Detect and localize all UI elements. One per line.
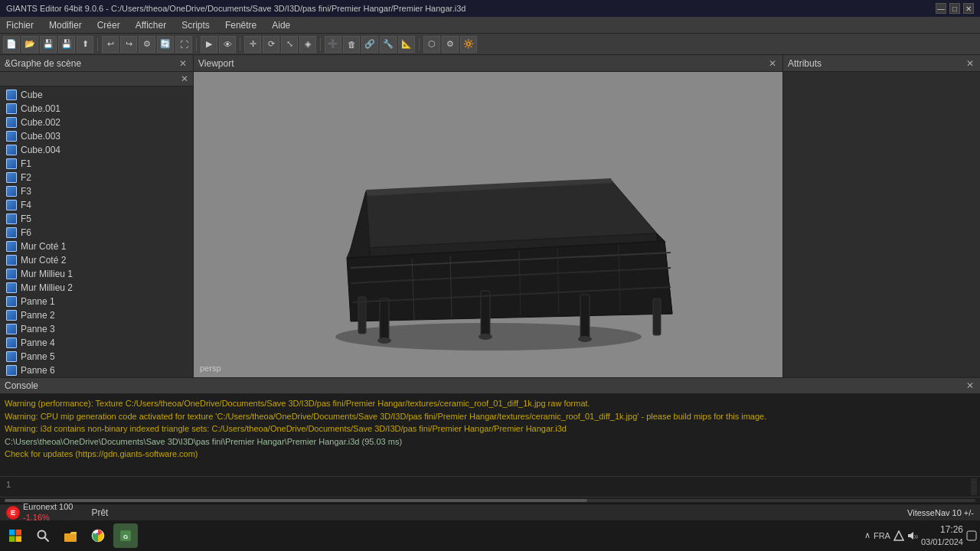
- menu-creer[interactable]: Créer: [94, 18, 123, 32]
- open-button[interactable]: 📂: [21, 36, 38, 53]
- scene-item[interactable]: Cube: [0, 88, 193, 102]
- scene-graph-close[interactable]: ✕: [178, 58, 188, 69]
- scene-item[interactable]: Panne 6: [0, 364, 193, 377]
- cube-icon: [6, 255, 17, 266]
- undo-button[interactable]: ↩: [102, 36, 119, 53]
- svg-point-10: [479, 334, 492, 340]
- scene-item[interactable]: Cube.004: [0, 143, 193, 157]
- scene-graph-close-row: ✕: [0, 72, 193, 86]
- scene-item[interactable]: F6: [0, 226, 193, 240]
- tray-expand[interactable]: ∧: [864, 530, 871, 540]
- add-button[interactable]: ➕: [325, 36, 341, 53]
- export-button[interactable]: ⬆: [77, 36, 93, 53]
- scene-item[interactable]: F5: [0, 212, 193, 226]
- console-input[interactable]: [21, 478, 971, 495]
- taskbar-giants-editor[interactable]: G: [113, 523, 138, 548]
- scale-button[interactable]: ⤡: [281, 36, 298, 53]
- scene-item[interactable]: Mur Coté 1: [0, 240, 193, 253]
- euronext-badge[interactable]: E Euronext 100 -1,16%: [6, 502, 73, 522]
- viewport-canvas[interactable]: persp: [194, 72, 782, 377]
- taskbar: G ∧ FRA )))) 17:26 03/01/2024: [0, 520, 980, 551]
- tool3[interactable]: ⚙: [139, 36, 155, 53]
- scene-item[interactable]: F3: [0, 184, 193, 198]
- menu-scripts[interactable]: Scripts: [178, 18, 213, 32]
- cube-icon: [6, 172, 17, 183]
- scene-graph-collapse[interactable]: ✕: [179, 73, 190, 84]
- delete-button[interactable]: 🗑: [343, 36, 360, 53]
- scene-item-label: Cube.002: [21, 117, 60, 128]
- scene-item[interactable]: Panne 5: [0, 350, 193, 364]
- taskbar-file-explorer[interactable]: [58, 523, 83, 548]
- tool5[interactable]: ⛶: [175, 36, 192, 53]
- svg-rect-36: [908, 534, 910, 537]
- scene-item[interactable]: Mur Millieu 2: [0, 281, 193, 295]
- tool6[interactable]: ◈: [299, 36, 316, 53]
- scene-item[interactable]: Panne 1: [0, 295, 193, 308]
- minimize-button[interactable]: —: [936, 3, 946, 14]
- scene-item[interactable]: Cube.002: [0, 116, 193, 129]
- cube-icon: [6, 296, 17, 307]
- viewport-close[interactable]: ✕: [767, 58, 778, 69]
- scene-item[interactable]: Cube.003: [0, 129, 193, 143]
- rotate-button[interactable]: ⟳: [263, 36, 279, 53]
- svg-text:G: G: [123, 533, 128, 540]
- menu-fenetre[interactable]: Fenêtre: [222, 18, 260, 32]
- move-button[interactable]: ✛: [244, 36, 261, 53]
- svg-rect-24: [9, 530, 15, 536]
- scene-graph-list[interactable]: CubeCube.001Cube.002Cube.003Cube.004F1F2…: [0, 86, 193, 377]
- console-line-number: 1: [3, 478, 21, 491]
- scene-item-label: Panne 2: [21, 310, 55, 321]
- scene-item[interactable]: Panne 4: [0, 336, 193, 350]
- start-button[interactable]: [3, 523, 28, 548]
- cube-icon: [6, 117, 17, 128]
- menu-afficher[interactable]: Afficher: [132, 18, 169, 32]
- viewport-header: Viewport ✕: [194, 55, 782, 72]
- tool8[interactable]: 📐: [398, 36, 415, 53]
- view-button[interactable]: 👁: [219, 36, 236, 53]
- scene-graph-title: &Graphe de scène: [5, 58, 81, 69]
- scene-item[interactable]: Panne 3: [0, 322, 193, 336]
- redo-button[interactable]: ↪: [120, 36, 137, 53]
- scene-item-label: F6: [21, 227, 31, 238]
- save-as-button[interactable]: 💾: [58, 36, 75, 53]
- svg-point-11: [578, 336, 592, 342]
- menu-fichier[interactable]: Fichier: [3, 18, 37, 32]
- search-taskbar[interactable]: [31, 523, 55, 548]
- close-button[interactable]: ✕: [963, 3, 974, 14]
- notification-icon[interactable]: [966, 530, 977, 541]
- viewport-title: Viewport: [198, 58, 234, 69]
- menu-aide[interactable]: Aide: [269, 18, 293, 32]
- tool9[interactable]: ⬡: [423, 36, 440, 53]
- new-button[interactable]: 📄: [3, 36, 20, 53]
- maximize-button[interactable]: □: [949, 3, 960, 14]
- scene-item-label: Cube: [21, 90, 43, 100]
- tool11[interactable]: 🔆: [460, 36, 477, 53]
- svg-rect-39: [967, 531, 976, 540]
- taskbar-chrome[interactable]: [86, 523, 110, 548]
- scene-item[interactable]: Cube.001: [0, 102, 193, 116]
- sep4: [320, 37, 321, 51]
- console-close[interactable]: ✕: [965, 380, 975, 391]
- scene-item[interactable]: F4: [0, 198, 193, 212]
- link-button[interactable]: 🔗: [361, 36, 378, 53]
- scene-graph-header: &Graphe de scène ✕: [0, 55, 193, 72]
- scene-item[interactable]: F2: [0, 171, 193, 184]
- attributes-close[interactable]: ✕: [965, 58, 975, 69]
- scene-item[interactable]: Mur Coté 2: [0, 253, 193, 267]
- title-bar-controls: — □ ✕: [936, 3, 974, 14]
- save-button[interactable]: 💾: [40, 36, 57, 53]
- menu-modifier[interactable]: Modifier: [46, 18, 85, 32]
- tool7[interactable]: 🔧: [380, 36, 397, 53]
- scene-item[interactable]: Panne 2: [0, 308, 193, 322]
- svg-rect-6: [380, 298, 389, 341]
- tool4[interactable]: 🔄: [157, 36, 174, 53]
- scene-item-label: Panne 3: [21, 324, 55, 334]
- cube-icon: [6, 365, 17, 376]
- toolbar: 📄 📂 💾 💾 ⬆ ↩ ↪ ⚙ 🔄 ⛶ ▶ 👁 ✛ ⟳ ⤡ ◈ ➕ 🗑 🔗 🔧 …: [0, 34, 980, 55]
- lang-indicator[interactable]: FRA: [874, 531, 890, 540]
- scene-item[interactable]: F1: [0, 157, 193, 171]
- tool10[interactable]: ⚙: [442, 36, 459, 53]
- scene-item[interactable]: Mur Millieu 1: [0, 267, 193, 281]
- console-message-line: Warning: i3d contains non-binary indexed…: [5, 422, 975, 435]
- play-button[interactable]: ▶: [201, 36, 217, 53]
